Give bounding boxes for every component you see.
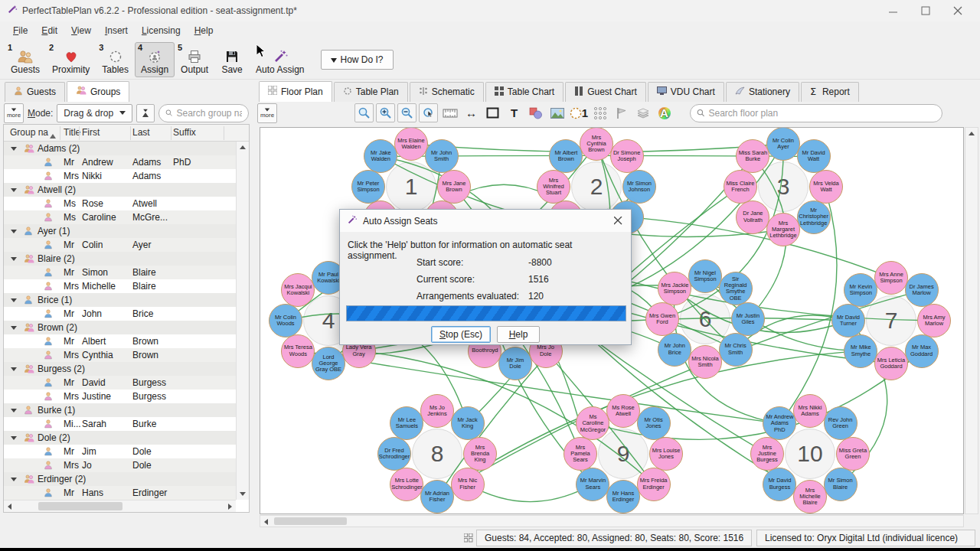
table-8[interactable]: 8: [412, 429, 462, 479]
guest-row[interactable]: MrDavidBurgess: [4, 376, 249, 390]
canvas-horizontal-scrollbar[interactable]: [260, 515, 964, 527]
tab-table-plan[interactable]: Table Plan: [334, 82, 408, 102]
seat[interactable]: Mr Jim Dole: [498, 347, 532, 380]
maximize-button[interactable]: [920, 5, 931, 16]
table-2[interactable]: 2: [571, 161, 622, 212]
seat[interactable]: Mr Colin Ayer: [766, 127, 800, 161]
tab-vdu-chart[interactable]: VDU Chart: [648, 82, 724, 102]
seat[interactable]: Mr Marvin Sears: [576, 468, 609, 501]
seat[interactable]: Dr James Marlow: [905, 273, 939, 307]
group-row[interactable]: Erdinger (2): [4, 472, 249, 486]
dialog-close-icon[interactable]: [612, 215, 624, 227]
seat[interactable]: Mrs Nicola Smith: [688, 345, 722, 379]
canvas-vertical-scrollbar[interactable]: [965, 127, 978, 514]
seat[interactable]: Mrs Anne Simpson: [874, 261, 908, 295]
zoom-select-icon[interactable]: [419, 103, 438, 122]
seat[interactable]: Mrs Leticia Goddard: [874, 347, 908, 380]
menu-edit[interactable]: Edit: [34, 23, 64, 38]
menu-file[interactable]: File: [6, 23, 34, 38]
group-row[interactable]: Atwell (2): [4, 183, 249, 197]
tab-groups[interactable]: Groups: [67, 81, 129, 102]
seat[interactable]: Ms Jo Jenkins: [420, 394, 454, 428]
menu-insert[interactable]: Insert: [98, 23, 135, 38]
seat[interactable]: Mrs Gwen Ford: [645, 302, 679, 336]
table-7[interactable]: 7: [866, 295, 916, 346]
group-search-input[interactable]: [176, 108, 242, 119]
tab-floor-plan[interactable]: Floor Plan: [259, 81, 332, 102]
tab-schematic[interactable]: Schematic: [410, 82, 484, 102]
seat[interactable]: Mr John Smith: [425, 139, 459, 173]
table-1[interactable]: 1: [386, 161, 436, 212]
assign-button[interactable]: 4Assign: [135, 42, 175, 77]
guest-row[interactable]: Mi...SarahBurke: [4, 417, 249, 431]
zoom-in-icon[interactable]: [376, 103, 395, 122]
close-button[interactable]: [952, 5, 963, 16]
guest-row[interactable]: MrsNikkiAdams: [4, 169, 249, 183]
table-number-icon[interactable]: 1: [569, 103, 588, 122]
tab-guests[interactable]: Guests: [5, 82, 65, 102]
guest-row[interactable]: MrColinAyer: [4, 238, 249, 252]
seat[interactable]: Dr Fred Schrodinger: [377, 437, 411, 471]
minimize-button[interactable]: [888, 5, 899, 16]
menu-help[interactable]: Help: [188, 23, 220, 38]
seat[interactable]: Mrs Jane Brown: [437, 170, 471, 204]
seat[interactable]: Mr Simon Blaire: [824, 468, 858, 501]
group-row[interactable]: Burke (1): [4, 403, 249, 417]
column-header-groupna[interactable]: Group na: [10, 127, 48, 138]
column-header-title[interactable]: Title: [64, 127, 80, 138]
sort-button[interactable]: [136, 104, 155, 122]
more-button-left[interactable]: more: [4, 103, 24, 123]
zoom-icon[interactable]: [354, 103, 374, 122]
seat[interactable]: Lord George Gray OBE: [312, 347, 345, 380]
grid-horizontal-scrollbar[interactable]: [4, 500, 236, 512]
seat[interactable]: Rev John Green: [824, 406, 858, 440]
guest-row[interactable]: MsRoseAtwell: [4, 197, 249, 210]
column-header-last[interactable]: Last: [132, 127, 150, 138]
rectangle-icon[interactable]: [483, 103, 502, 122]
tables-button[interactable]: 3Tables: [96, 42, 135, 77]
seat[interactable]: Mrs Nikki Adams: [793, 394, 827, 428]
guest-row[interactable]: MrJohnBrice: [4, 307, 249, 321]
menu-licensing[interactable]: Licensing: [135, 23, 188, 38]
group-row[interactable]: Brown (2): [4, 321, 249, 334]
guest-row[interactable]: MrAlbertBrown: [4, 334, 249, 348]
column-header-suffix[interactable]: Suffix: [173, 127, 196, 138]
floor-plan-search-input[interactable]: [708, 108, 936, 119]
guest-row[interactable]: MrsJoDole: [4, 458, 249, 472]
tab-guest-chart[interactable]: Guest Chart: [565, 82, 646, 102]
grid-header[interactable]: Group naTitleFirstLastSuffix: [4, 125, 249, 142]
text-icon[interactable]: T: [505, 103, 524, 122]
seat[interactable]: Mr David Watt: [797, 139, 831, 173]
seat[interactable]: Miss Claire French: [724, 170, 757, 204]
grid-vertical-scrollbar[interactable]: [236, 142, 249, 500]
seat[interactable]: Mrs Teresa Woods: [281, 334, 315, 368]
seat[interactable]: Mrs Brenda King: [463, 437, 497, 471]
seat[interactable]: Ms Rose Atwell: [606, 394, 640, 428]
seats-grid-icon[interactable]: [590, 103, 609, 122]
seat[interactable]: Mrs Cynthia Brown: [580, 127, 613, 161]
seat[interactable]: Sir Reginald Smythe OBE: [719, 272, 753, 305]
seat[interactable]: Mr Max Goddard: [905, 334, 939, 368]
ruler-icon[interactable]: [440, 103, 459, 122]
seat[interactable]: Mrs Lotte Schrodinger: [390, 468, 423, 501]
group-row[interactable]: Burgess (2): [4, 362, 249, 376]
group-row[interactable]: Blaire (2): [4, 252, 249, 266]
seat[interactable]: Mrs Louise Jones: [649, 437, 683, 471]
proximity-button[interactable]: 2Proximity: [46, 42, 96, 77]
seat[interactable]: Mrs Michelle Blaire: [793, 480, 827, 514]
flag-icon[interactable]: [612, 103, 631, 122]
zoom-out-icon[interactable]: [397, 103, 416, 122]
seat[interactable]: Mrs Nic Fisher: [451, 468, 485, 501]
guest-row[interactable]: MrsJustineBurgess: [4, 390, 249, 403]
group-row[interactable]: Brice (1): [4, 293, 249, 307]
save-button[interactable]: Save: [214, 42, 250, 77]
resize-icon[interactable]: ↔: [462, 103, 481, 122]
group-row[interactable]: Ayer (1): [4, 224, 249, 238]
dialog-title-bar[interactable]: Auto Assign Seats: [340, 210, 631, 232]
seat[interactable]: Mr Hans Erdinger: [606, 480, 640, 514]
seat[interactable]: Mr Chris Smith: [719, 333, 753, 367]
guest-row[interactable]: MsCarolineMcGre...: [4, 210, 249, 224]
seat[interactable]: Mr John Brice: [658, 333, 691, 367]
seat[interactable]: Mrs Pamela Sears: [564, 437, 597, 471]
seat[interactable]: Mr Mike Smythe: [844, 334, 877, 368]
